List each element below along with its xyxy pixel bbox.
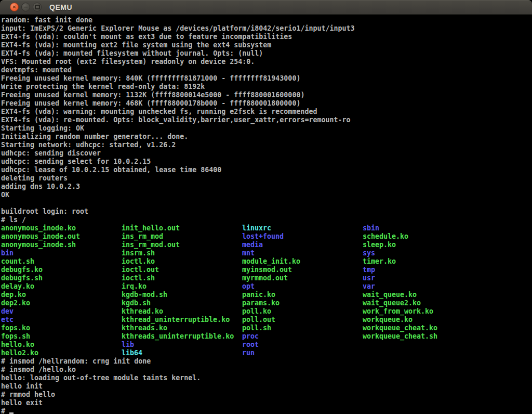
console-line: udhcpc: sending discover [1, 149, 532, 158]
file-entry: timer.ko [363, 257, 483, 266]
directory-entry: bin [1, 249, 122, 257]
console-line: Freeing unused kernel memory: 840K (ffff… [1, 74, 532, 83]
console-line: EXT4-fs (vda): couldn't mount as ext3 du… [1, 33, 532, 41]
file-entry: ioctl.sh [122, 274, 242, 282]
console-line: OK [1, 191, 532, 199]
file-entry: init_hello.out [122, 224, 242, 232]
file-entry: sleep.ko [363, 241, 483, 249]
console-line: EXT4-fs (vda): mounted filesystem withou… [1, 49, 532, 58]
shell-prompt: # [1, 407, 9, 414]
empty-cell [363, 349, 483, 357]
file-entry: kgdb-mod.sh [122, 291, 242, 299]
console-line: # insmod /hello.ko [1, 366, 532, 374]
qemu-window: ✕ − QEMU random: fast init doneinput: Im… [0, 0, 532, 414]
maximize-button[interactable] [33, 3, 42, 11]
console-line: EXT4-fs (vda): mounting ext2 file system… [1, 41, 532, 49]
console-line: devtmpfs: mounted [1, 66, 532, 74]
console-line: EXT4-fs (vda): re-mounted. Opts: block_v… [1, 116, 532, 124]
file-entry: kthread_uninterruptible.ko [122, 316, 242, 324]
empty-cell [363, 341, 483, 349]
console-line: Starting logging: OK [1, 124, 532, 133]
file-entry: dep2.ko [1, 299, 122, 307]
file-entry: poll.ko [242, 307, 363, 316]
console-line: hello: loading out-of-tree module taints… [1, 374, 532, 382]
file-entry: ioctl.ko [122, 257, 242, 266]
prompt-line: # [1, 407, 532, 414]
directory-entry: etc [1, 316, 122, 324]
file-entry: myinsmod.out [242, 266, 363, 274]
file-entry: workqueue_cheat.sh [363, 332, 483, 341]
file-entry: kthread.ko [122, 307, 242, 316]
console-line: input: ImExPS/2 Generic Explorer Mouse a… [1, 24, 532, 33]
file-entry: debugfs.ko [1, 266, 122, 274]
file-entry: ins_rm_mod.out [122, 241, 242, 249]
directory-entry: run [242, 349, 363, 357]
directory-entry: proc [242, 332, 363, 341]
file-entry: schedule.ko [363, 232, 483, 241]
directory-entry: lib [122, 341, 242, 349]
console-line: hello exit [1, 399, 532, 407]
directory-entry: lost+found [242, 232, 363, 241]
console-line: random: fast init done [1, 16, 532, 24]
console-line: buildroot login: root [1, 208, 532, 216]
file-entry: params.ko [242, 299, 363, 307]
file-entry: workqueue_cheat.ko [363, 324, 483, 332]
file-entry: ioctl.out [122, 266, 242, 274]
console-line: udhcpc: lease of 10.0.2.15 obtained, lea… [1, 166, 532, 174]
console-line: Initializing random number generator... … [1, 133, 532, 141]
console-line: VFS: Mounted root (ext2 filesystem) read… [1, 58, 532, 66]
directory-entry: var [363, 282, 483, 291]
directory-entry: sbin [363, 224, 483, 232]
file-entry: module_init.ko [242, 257, 363, 266]
file-entry: kgdb.sh [122, 299, 242, 307]
file-entry: wait_queue2.ko [363, 299, 483, 307]
console-line: deleting routers [1, 174, 532, 183]
file-entry: ins_rm_mod [122, 232, 242, 241]
file-entry: anonymous_inode.sh [1, 241, 122, 249]
file-entry: dep.ko [1, 291, 122, 299]
file-entry: hello2.ko [1, 349, 122, 357]
file-entry: panic.ko [242, 291, 363, 299]
console-line: Freeing unused kernel memory: 1132K (fff… [1, 91, 532, 99]
minimize-button[interactable]: − [21, 3, 30, 11]
symlink-entry: lib64 [122, 349, 242, 357]
console-line: Freeing unused kernel memory: 468K (ffff… [1, 99, 532, 108]
file-entry: kthreads.ko [122, 324, 242, 332]
file-entry: poll.sh [242, 324, 363, 332]
directory-entry: sys [363, 249, 483, 257]
directory-entry: root [242, 341, 363, 349]
directory-entry: opt [242, 282, 363, 291]
directory-entry: mnt [242, 249, 363, 257]
file-entry: anonymous_inode.out [1, 232, 122, 241]
file-entry: insrm.sh [122, 249, 242, 257]
file-entry: myrmmod.out [242, 274, 363, 282]
file-entry: fops.sh [1, 332, 122, 341]
console-line: Starting network: udhcpc: started, v1.26… [1, 141, 532, 149]
directory-entry: usr [363, 274, 483, 282]
file-entry: poll.out [242, 316, 363, 324]
file-entry: fops.ko [1, 324, 122, 332]
terminal-screen[interactable]: random: fast init doneinput: ImExPS/2 Ge… [0, 15, 532, 414]
directory-entry: media [242, 241, 363, 249]
file-entry: hello.ko [1, 341, 122, 349]
minimize-icon: − [23, 4, 28, 10]
file-entry: workqueue.ko [363, 316, 483, 324]
console-line: # ls / [1, 216, 532, 224]
file-entry: anonymous_inode.ko [1, 224, 122, 232]
console-line [1, 199, 532, 208]
file-entry: kthreads_uninterruptible.ko [122, 332, 242, 341]
console-line: udhcpc: sending select for 10.0.2.15 [1, 158, 532, 166]
console-line: Write protecting the kernel read-only da… [1, 83, 532, 91]
directory-entry: dev [1, 307, 122, 316]
file-entry: work_from_work.ko [363, 307, 483, 316]
close-icon: ✕ [12, 5, 16, 10]
console-line: adding dns 10.0.2.3 [1, 183, 532, 191]
file-entry: irq.ko [122, 282, 242, 291]
window-title: QEMU [49, 3, 72, 11]
console-line: EXT4-fs (vda): warning: mounting uncheck… [1, 108, 532, 116]
close-button[interactable]: ✕ [10, 3, 19, 11]
maximize-icon [35, 5, 40, 9]
file-entry: delay.ko [1, 282, 122, 291]
titlebar: ✕ − QEMU [0, 0, 532, 15]
console-line: hello init [1, 382, 532, 391]
